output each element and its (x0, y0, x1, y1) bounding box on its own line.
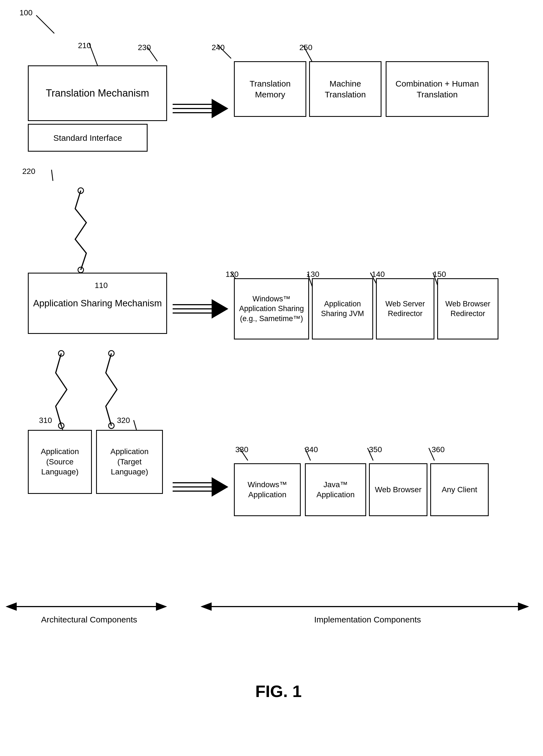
box-web-server-redirector: Web Server Redirector (376, 278, 434, 339)
svg-marker-14 (212, 299, 228, 319)
figure-label: FIG. 1 (209, 682, 348, 701)
ref-330: 330 (235, 445, 248, 454)
svg-point-19 (78, 188, 83, 193)
box-standard-interface: Standard Interface (28, 124, 147, 152)
svg-point-22 (58, 423, 64, 429)
ref-340: 340 (305, 445, 318, 454)
svg-line-30 (134, 420, 136, 430)
box-any-client: Any Client (430, 463, 489, 516)
svg-line-29 (60, 420, 63, 430)
ref-310: 310 (39, 416, 52, 425)
ref-110: 110 (95, 281, 108, 290)
ref-150: 150 (433, 270, 446, 279)
ref-210: 210 (78, 41, 91, 50)
box-app-source: Application (Source Language) (28, 430, 92, 494)
ref-100: 100 (19, 8, 33, 17)
svg-marker-37 (156, 602, 167, 611)
ref-120: 120 (225, 270, 238, 279)
box-windows-application: Windows™ Application (234, 463, 301, 516)
svg-line-2 (51, 170, 53, 181)
ref-230: 230 (138, 43, 151, 52)
svg-marker-39 (200, 602, 212, 611)
svg-point-21 (58, 351, 64, 356)
svg-point-24 (109, 423, 114, 429)
ref-320: 320 (117, 416, 130, 425)
svg-point-23 (109, 351, 114, 356)
ref-360: 360 (432, 445, 445, 454)
svg-line-0 (36, 15, 54, 33)
box-windows-app-sharing: Windows™ Application Sharing (e.g., Same… (234, 278, 309, 339)
box-web-browser-redirector: Web Browser Redirector (437, 278, 498, 339)
svg-marker-40 (518, 602, 529, 611)
box-translation-memory: Translation Memory (234, 61, 306, 117)
ref-130: 130 (306, 270, 320, 279)
svg-point-20 (78, 267, 83, 273)
svg-marker-36 (6, 602, 17, 611)
diagram-container: 100 Translation Mechanism 210 Standard I… (0, 0, 543, 756)
ref-350: 350 (369, 445, 382, 454)
box-translation-mechanism: Translation Mechanism (28, 65, 167, 121)
box-app-sharing-jvm: Application Sharing JVM (312, 278, 373, 339)
ref-140: 140 (372, 270, 385, 279)
ref-220: 220 (22, 167, 35, 176)
ref-250: 250 (299, 43, 313, 52)
svg-marker-9 (212, 99, 228, 118)
box-web-browser: Web Browser (369, 463, 428, 516)
box-java-application: Java™ Application (305, 463, 366, 516)
ref-240: 240 (212, 43, 225, 52)
label-implementation: Implementation Components (200, 615, 535, 624)
svg-marker-28 (212, 477, 228, 497)
box-combination-human: Combination + Human Translation (386, 61, 489, 117)
box-machine-translation: Machine Translation (309, 61, 382, 117)
label-architectural: Architectural Components (6, 615, 173, 624)
box-app-target: Application (Target Language) (96, 430, 163, 494)
